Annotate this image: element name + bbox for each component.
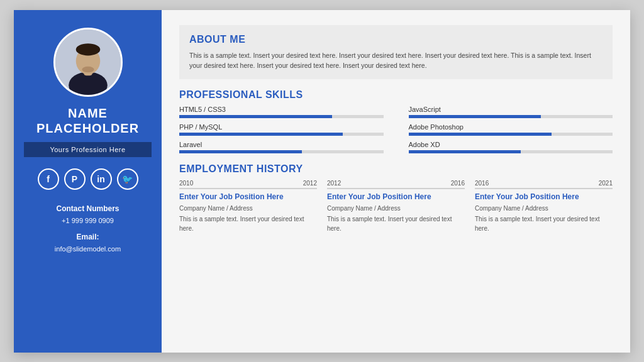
skill-bar-fill	[179, 115, 332, 118]
skill-label: PHP / MySQL	[179, 123, 384, 131]
job-description: This is a sample text. Insert your desir…	[179, 214, 317, 233]
facebook-icon[interactable]: f	[38, 168, 59, 190]
contact-label: Contact Numbers	[55, 202, 121, 215]
date-start: 2016	[475, 180, 489, 187]
main-content: ABOUT ME This is a sample text. Insert y…	[162, 10, 630, 353]
skill-bar-fill	[409, 115, 541, 118]
employment-item: 2016 2021 Enter Your Job Position Here C…	[475, 180, 613, 233]
sidebar: NAME PLACEHOLDER Yours Profession Here f…	[14, 10, 162, 353]
employment-dates: 2012 2016	[327, 180, 465, 187]
pinterest-icon[interactable]: P	[64, 168, 86, 190]
skill-label: HTML5 / CSS3	[179, 106, 384, 113]
profession-bar: Yours Profession Here	[24, 142, 152, 157]
skill-bar-fill	[179, 133, 343, 136]
skill-bar-background	[179, 115, 384, 118]
employment-section: EMPLOYMENT HISTORY 2010 2012 Enter Your …	[179, 163, 613, 233]
skill-bar-fill	[409, 133, 552, 136]
skills-grid: HTML5 / CSS3 JavaScript PHP / MySQL Adob…	[179, 106, 613, 153]
about-section: ABOUT ME This is a sample text. Insert y…	[179, 25, 613, 80]
linkedin-icon[interactable]: in	[91, 168, 112, 190]
employment-title: EMPLOYMENT HISTORY	[179, 163, 613, 175]
date-end: 2021	[599, 180, 613, 187]
employment-grid: 2010 2012 Enter Your Job Position Here C…	[179, 180, 613, 233]
employment-item: 2012 2016 Enter Your Job Position Here C…	[327, 180, 465, 233]
profession-text: Yours Profession Here	[50, 146, 125, 153]
skill-bar-background	[409, 150, 613, 153]
skill-label: JavaScript	[409, 106, 613, 113]
company-name: Company Name / Address	[475, 205, 613, 212]
email-label: Email:	[55, 231, 121, 243]
skill-item: JavaScript	[409, 106, 613, 118]
skill-bar-background	[409, 133, 613, 136]
employment-divider	[475, 188, 613, 189]
about-title: ABOUT ME	[189, 34, 602, 45]
skills-title: PROFESSIONAL SKILLS	[179, 89, 613, 101]
person-name: NAME PLACEHOLDER	[36, 106, 139, 136]
email-address: info@slidemodel.com	[55, 243, 121, 255]
employment-item: 2010 2012 Enter Your Job Position Here C…	[179, 180, 317, 233]
skill-item: HTML5 / CSS3	[179, 106, 384, 118]
company-name: Company Name / Address	[327, 205, 465, 212]
date-start: 2012	[327, 180, 341, 187]
skills-section: PROFESSIONAL SKILLS HTML5 / CSS3 JavaScr…	[179, 89, 613, 153]
phone-number: +1 999 999 0909	[55, 215, 121, 227]
skill-label: Laravel	[179, 141, 384, 148]
job-title: Enter Your Job Position Here	[179, 192, 317, 202]
company-name: Company Name / Address	[179, 205, 317, 212]
employment-divider	[179, 188, 317, 189]
skill-bar-background	[409, 115, 613, 118]
job-description: This is a sample text. Insert your desir…	[475, 214, 613, 233]
twitter-icon[interactable]: 🐦	[117, 168, 138, 190]
svg-point-5	[82, 66, 94, 72]
date-end: 2012	[303, 180, 317, 187]
contact-block: Contact Numbers +1 999 999 0909 Email: i…	[55, 202, 121, 255]
skill-bar-background	[179, 133, 384, 136]
employment-dates: 2016 2021	[475, 180, 613, 187]
skill-item: Adobe Photoshop	[409, 123, 613, 136]
date-start: 2010	[179, 180, 193, 187]
employment-divider	[327, 188, 465, 189]
job-title: Enter Your Job Position Here	[475, 192, 613, 202]
skill-bar-fill	[179, 150, 302, 153]
job-title: Enter Your Job Position Here	[327, 192, 465, 202]
skill-label: Adobe XD	[409, 141, 613, 148]
job-description: This is a sample text. Insert your desir…	[327, 214, 465, 233]
skill-item: Laravel	[179, 141, 384, 153]
skill-item: PHP / MySQL	[179, 123, 384, 136]
about-text: This is a sample text. Insert your desir…	[189, 50, 602, 71]
date-end: 2016	[451, 180, 465, 187]
svg-point-4	[75, 43, 100, 55]
social-icons: f P in 🐦	[38, 168, 138, 190]
skill-bar-fill	[409, 150, 521, 153]
resume-wrapper: NAME PLACEHOLDER Yours Profession Here f…	[14, 10, 630, 353]
skill-label: Adobe Photoshop	[409, 123, 613, 131]
avatar	[53, 28, 123, 97]
employment-dates: 2010 2012	[179, 180, 317, 187]
skill-bar-background	[179, 150, 384, 153]
skill-item: Adobe XD	[409, 141, 613, 153]
